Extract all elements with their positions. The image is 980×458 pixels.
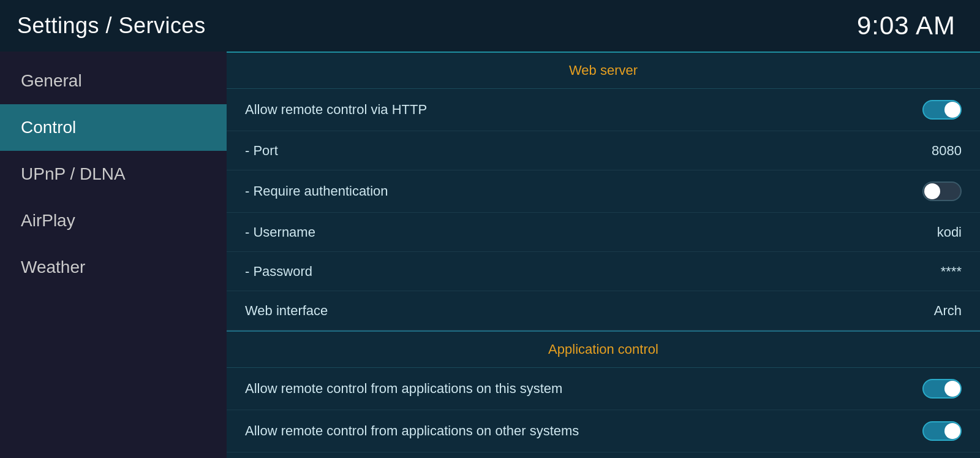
setting-web-interface-value: Arch bbox=[934, 303, 962, 319]
setting-username[interactable]: - Username kodi bbox=[227, 213, 980, 252]
setting-require-auth[interactable]: - Require authentication bbox=[227, 170, 980, 213]
setting-allow-http[interactable]: Allow remote control via HTTP bbox=[227, 89, 980, 131]
sidebar-item-general[interactable]: General bbox=[0, 58, 227, 104]
sidebar-item-control[interactable]: Control bbox=[0, 104, 227, 151]
clock: 9:03 AM bbox=[857, 11, 956, 40]
content-inner: Web server Allow remote control via HTTP… bbox=[227, 53, 980, 458]
toggle-allow-http[interactable] bbox=[922, 100, 962, 120]
setting-allow-remote-apps-label: Allow remote control from applications o… bbox=[245, 423, 579, 439]
toggle-require-auth[interactable] bbox=[922, 181, 962, 201]
web-server-section-header: Web server bbox=[227, 53, 980, 89]
page-title: Settings / Services bbox=[17, 13, 206, 39]
sidebar-item-weather[interactable]: Weather bbox=[0, 244, 227, 291]
sidebar-item-upnp-dlna[interactable]: UPnP / DLNA bbox=[0, 151, 227, 197]
setting-allow-local-apps[interactable]: Allow remote control from applications o… bbox=[227, 368, 980, 410]
toggle-knob-allow-http bbox=[944, 102, 960, 118]
setting-port-label: - Port bbox=[245, 143, 278, 159]
toggle-allow-remote-apps[interactable] bbox=[922, 421, 962, 441]
toggle-knob-allow-remote-apps bbox=[944, 423, 960, 439]
setting-password[interactable]: - Password **** bbox=[227, 252, 980, 291]
main-layout: General Control UPnP / DLNA AirPlay Weat… bbox=[0, 52, 980, 458]
setting-reset[interactable]: Reset above settings to default bbox=[227, 452, 980, 458]
setting-password-value: **** bbox=[941, 264, 962, 280]
setting-web-interface[interactable]: Web interface Arch bbox=[227, 291, 980, 330]
toggle-knob-require-auth bbox=[924, 183, 940, 199]
app-control-section-header: Application control bbox=[227, 332, 980, 368]
sidebar: General Control UPnP / DLNA AirPlay Weat… bbox=[0, 52, 227, 458]
setting-allow-local-apps-label: Allow remote control from applications o… bbox=[245, 381, 562, 397]
sidebar-item-airplay[interactable]: AirPlay bbox=[0, 197, 227, 244]
setting-allow-remote-apps[interactable]: Allow remote control from applications o… bbox=[227, 410, 980, 452]
setting-username-label: - Username bbox=[245, 224, 315, 240]
toggle-allow-local-apps[interactable] bbox=[922, 379, 962, 399]
header: Settings / Services 9:03 AM bbox=[0, 0, 980, 52]
setting-require-auth-label: - Require authentication bbox=[245, 183, 388, 199]
content-area: Web server Allow remote control via HTTP… bbox=[227, 52, 980, 458]
setting-password-label: - Password bbox=[245, 264, 312, 280]
setting-allow-http-label: Allow remote control via HTTP bbox=[245, 102, 427, 118]
toggle-knob-allow-local-apps bbox=[944, 381, 960, 397]
setting-port[interactable]: - Port 8080 bbox=[227, 131, 980, 170]
setting-web-interface-label: Web interface bbox=[245, 303, 328, 319]
setting-username-value: kodi bbox=[937, 224, 962, 240]
setting-port-value: 8080 bbox=[932, 143, 962, 159]
